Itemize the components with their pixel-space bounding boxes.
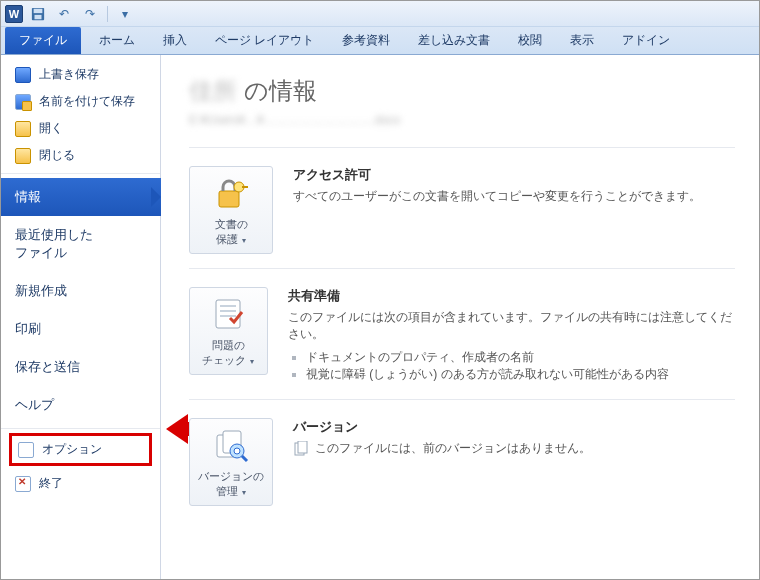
exit-icon <box>15 476 31 492</box>
tab-insert[interactable]: 挿入 <box>149 27 201 54</box>
svg-rect-3 <box>219 191 239 207</box>
list-item: 視覚に障碍 (しょうがい) のある方が読み取れない可能性がある内容 <box>306 366 735 383</box>
sidebar-item-save-send[interactable]: 保存と送信 <box>1 348 160 386</box>
section-heading: アクセス許可 <box>293 166 701 184</box>
sidebar-item-label: 最近使用した ファイル <box>15 226 93 262</box>
qat-redo-button[interactable]: ↷ <box>79 4 101 24</box>
svg-rect-8 <box>220 310 236 312</box>
tab-addins[interactable]: アドイン <box>608 27 684 54</box>
list-item: ドキュメントのプロパティ、作成者の名前 <box>306 349 735 366</box>
qat-save-button[interactable] <box>27 4 49 24</box>
ribbon-tabs: ファイル ホーム 挿入 ページ レイアウト 参考資料 差し込み文書 校閲 表示 … <box>1 27 759 55</box>
checklist-icon <box>210 296 246 332</box>
sidebar-item-label: 新規作成 <box>15 282 67 300</box>
sidebar-item-saveas[interactable]: 名前を付けて保存 <box>1 88 160 115</box>
sidebar-item-label: オプション <box>42 441 102 458</box>
sidebar-item-label: 印刷 <box>15 320 41 338</box>
folder-open-icon <box>15 121 31 137</box>
sidebar-separator <box>1 173 160 174</box>
sidebar-item-label: 保存と送信 <box>15 358 80 376</box>
sidebar-item-recent[interactable]: 最近使用した ファイル <box>1 216 160 272</box>
lock-key-icon <box>213 175 249 211</box>
sidebar-item-help[interactable]: ヘルプ <box>1 386 160 424</box>
annotation-highlight-box: オプション <box>9 433 152 466</box>
sidebar-item-info[interactable]: 情報 <box>1 178 161 216</box>
section-heading: 共有準備 <box>288 287 735 305</box>
svg-line-14 <box>242 456 247 461</box>
sidebar-item-label: 名前を付けて保存 <box>39 93 135 110</box>
svg-rect-1 <box>34 8 43 12</box>
tile-protect-document[interactable]: 文書の 保護 <box>189 166 273 254</box>
info-section-permissions: 文書の 保護 アクセス許可 すべてのユーザーがこの文書を開いてコピーや変更を行う… <box>189 147 735 268</box>
section-heading: バージョン <box>293 418 591 436</box>
versions-icon <box>213 427 249 463</box>
tile-label: 問題の チェック <box>194 338 263 368</box>
sidebar-item-print[interactable]: 印刷 <box>1 310 160 348</box>
svg-rect-7 <box>220 305 236 307</box>
sidebar-item-label: 開く <box>39 120 63 137</box>
section-bullets: ドキュメントのプロパティ、作成者の名前 視覚に障碍 (しょうがい) のある方が読… <box>288 349 735 383</box>
qat-separator <box>107 6 108 22</box>
svg-rect-5 <box>242 186 248 188</box>
sidebar-item-new[interactable]: 新規作成 <box>1 272 160 310</box>
sidebar-item-label: 上書き保存 <box>39 66 99 83</box>
sidebar-separator <box>1 428 160 429</box>
sidebar-item-label: ヘルプ <box>15 396 54 414</box>
backstage-content: 佳所 の情報 E:¥Users¥…¥……………………….docx 文書の 保護 <box>161 55 759 579</box>
folder-close-icon <box>15 148 31 164</box>
page-title: 佳所 の情報 <box>189 75 735 107</box>
tab-file[interactable]: ファイル <box>5 27 81 54</box>
word-app-icon: W <box>5 5 23 23</box>
svg-rect-16 <box>298 441 307 453</box>
save-as-icon <box>15 94 31 110</box>
tab-references[interactable]: 参考資料 <box>328 27 404 54</box>
options-icon <box>18 442 34 458</box>
sidebar-item-exit[interactable]: 終了 <box>1 470 160 497</box>
info-section-text: 共有準備 このファイルには次の項目が含まれています。ファイルの共有時には注意して… <box>288 287 735 385</box>
info-section-text: バージョン このファイルには、前のバージョンはありません。 <box>293 418 591 463</box>
svg-point-13 <box>234 448 240 454</box>
tab-view[interactable]: 表示 <box>556 27 608 54</box>
tab-home[interactable]: ホーム <box>85 27 149 54</box>
sidebar-item-close[interactable]: 閉じる <box>1 142 160 169</box>
page-title-suffix: の情報 <box>237 77 317 104</box>
info-section-prepare-share: 問題の チェック 共有準備 このファイルには次の項目が含まれています。ファイルの… <box>189 268 735 399</box>
tab-mailings[interactable]: 差し込み文書 <box>404 27 504 54</box>
sidebar-item-label: 終了 <box>39 475 63 492</box>
backstage-main: 上書き保存 名前を付けて保存 開く 閉じる 情報 最近使用した ファイル 新規作… <box>1 55 759 579</box>
qat-undo-button[interactable]: ↶ <box>53 4 75 24</box>
title-bar: W ↶ ↷ ▾ <box>1 1 759 27</box>
tile-label: 文書の 保護 <box>194 217 268 247</box>
svg-rect-6 <box>216 300 240 328</box>
document-version-icon <box>293 441 309 457</box>
sidebar-item-open[interactable]: 開く <box>1 115 160 142</box>
tile-manage-versions[interactable]: バージョンの 管理 <box>189 418 273 506</box>
qat-customize-button[interactable]: ▾ <box>114 4 136 24</box>
svg-rect-2 <box>35 14 42 18</box>
section-body: このファイルには次の項目が含まれています。ファイルの共有時には注意してください。 <box>288 309 735 343</box>
section-body: このファイルには、前のバージョンはありません。 <box>293 440 591 457</box>
backstage-sidebar: 上書き保存 名前を付けて保存 開く 閉じる 情報 最近使用した ファイル 新規作… <box>1 55 161 579</box>
info-section-versions: バージョンの 管理 バージョン このファイルには、前のバージョンはありません。 <box>189 399 735 520</box>
sidebar-item-save[interactable]: 上書き保存 <box>1 61 160 88</box>
svg-rect-9 <box>220 315 236 317</box>
page-title-obscured: 佳所 <box>189 77 237 104</box>
tab-pagelayout[interactable]: ページ レイアウト <box>201 27 328 54</box>
tab-review[interactable]: 校閲 <box>504 27 556 54</box>
tile-check-issues[interactable]: 問題の チェック <box>189 287 268 375</box>
sidebar-item-label: 情報 <box>15 188 41 206</box>
document-path-obscured: E:¥Users¥…¥……………………….docx <box>189 113 400 127</box>
tile-label: バージョンの 管理 <box>194 469 268 499</box>
sidebar-item-label: 閉じる <box>39 147 75 164</box>
sidebar-item-options[interactable]: オプション <box>12 436 149 463</box>
document-path: E:¥Users¥…¥……………………….docx <box>189 113 735 127</box>
section-body: すべてのユーザーがこの文書を開いてコピーや変更を行うことができます。 <box>293 188 701 205</box>
info-section-text: アクセス許可 すべてのユーザーがこの文書を開いてコピーや変更を行うことができます… <box>293 166 701 211</box>
save-icon <box>15 67 31 83</box>
